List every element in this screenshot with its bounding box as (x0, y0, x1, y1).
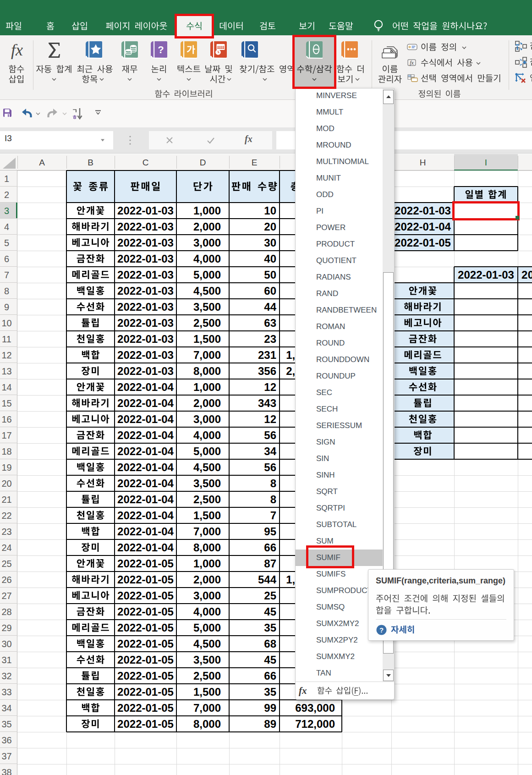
svg-text:fx: fx (410, 60, 414, 66)
svg-text:?: ? (158, 44, 164, 55)
svg-text:?: ? (379, 626, 384, 634)
